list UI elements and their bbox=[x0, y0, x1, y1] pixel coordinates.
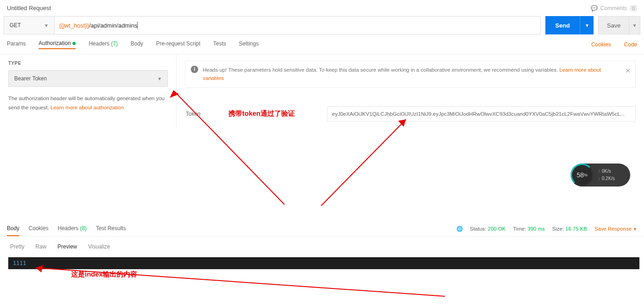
url-input[interactable]: {{jwt_host}}/api/admin/admins bbox=[54, 16, 541, 34]
send-dropdown[interactable]: ▼ bbox=[580, 16, 594, 34]
request-tabs: Params Authorization Headers (7) Body Pr… bbox=[0, 40, 644, 54]
status-value: 200 OK bbox=[488, 226, 506, 232]
info-banner: i Heads up! These parameters hold sensit… bbox=[185, 61, 636, 88]
token-label: Token bbox=[185, 111, 327, 117]
svg-line-2 bbox=[321, 119, 406, 206]
comment-icon: 💬 bbox=[591, 5, 598, 11]
arrow-3 bbox=[28, 264, 450, 301]
svg-line-4 bbox=[36, 268, 445, 296]
comments-label: Comments bbox=[600, 5, 627, 11]
tab-body[interactable]: Body bbox=[131, 40, 143, 49]
url-variable: {{jwt_host}} bbox=[59, 22, 89, 29]
view-preview[interactable]: Preview bbox=[57, 243, 77, 250]
save-response-button[interactable]: Save Response▼ bbox=[594, 226, 637, 232]
view-pretty[interactable]: Pretty bbox=[10, 243, 24, 250]
time-value: 390 ms bbox=[527, 226, 545, 232]
comments-count: 0 bbox=[630, 5, 637, 11]
token-input[interactable]: eyJ0eXAiOiJKV1QiLCJhbGciOiJIUzI1NiJ9.eyJ… bbox=[327, 106, 636, 122]
request-title: Untitled Request bbox=[7, 5, 51, 11]
annotation-index: 这是index输出的内容 bbox=[71, 270, 137, 279]
resp-tab-headers[interactable]: Headers (8) bbox=[58, 221, 87, 236]
resp-tab-cookies[interactable]: Cookies bbox=[28, 221, 48, 236]
auth-type-label: TYPE bbox=[8, 61, 168, 66]
tab-prerequest[interactable]: Pre-request Script bbox=[156, 40, 200, 49]
resp-tab-testresults[interactable]: Test Results bbox=[96, 221, 126, 236]
code-link[interactable]: Code bbox=[624, 41, 637, 48]
method-value: GET bbox=[10, 22, 21, 28]
learn-more-auth-link[interactable]: Learn more about authorization bbox=[50, 105, 124, 110]
upload-rate: 0K/s bbox=[598, 168, 615, 175]
view-tabs: Pretty Raw Preview Visualize bbox=[0, 238, 120, 255]
chevron-down-icon: ▼ bbox=[44, 23, 49, 28]
tab-headers[interactable]: Headers (7) bbox=[89, 40, 117, 49]
auth-description: The authorization header will be automat… bbox=[8, 94, 168, 112]
cookies-link[interactable]: Cookies bbox=[591, 41, 611, 48]
arrow-2 bbox=[316, 114, 413, 210]
auth-type-select[interactable]: Bearer Token ▼ bbox=[8, 70, 168, 87]
network-widget[interactable]: 58% 0K/s 0.2K/s bbox=[571, 164, 630, 186]
tab-authorization[interactable]: Authorization bbox=[39, 40, 76, 49]
send-button[interactable]: Send bbox=[545, 16, 580, 34]
auth-active-dot bbox=[72, 42, 76, 45]
view-visualize[interactable]: Visualize bbox=[88, 243, 110, 250]
save-dropdown[interactable]: ▼ bbox=[629, 16, 640, 34]
close-icon[interactable]: ✕ bbox=[625, 66, 631, 76]
cpu-circle: 58% bbox=[571, 164, 594, 186]
auth-type-value: Bearer Token bbox=[14, 75, 47, 82]
method-select[interactable]: GET ▼ bbox=[4, 16, 54, 34]
tab-tests[interactable]: Tests bbox=[213, 40, 226, 49]
url-path: /api/admin/admins bbox=[89, 22, 138, 29]
tab-settings[interactable]: Settings bbox=[239, 40, 259, 49]
save-button[interactable]: Save bbox=[598, 16, 629, 34]
info-icon: i bbox=[191, 66, 198, 73]
resp-tab-body[interactable]: Body bbox=[7, 221, 19, 236]
download-rate: 0.2K/s bbox=[598, 175, 615, 182]
tab-params[interactable]: Params bbox=[7, 40, 26, 49]
chevron-down-icon: ▼ bbox=[157, 76, 162, 81]
comments-button[interactable]: 💬 Comments 0 bbox=[591, 5, 637, 11]
globe-icon[interactable]: 🌐 bbox=[456, 226, 463, 232]
response-body[interactable]: 1111 bbox=[8, 257, 639, 269]
size-value: 16.75 KB bbox=[566, 226, 587, 232]
view-raw[interactable]: Raw bbox=[35, 243, 46, 250]
